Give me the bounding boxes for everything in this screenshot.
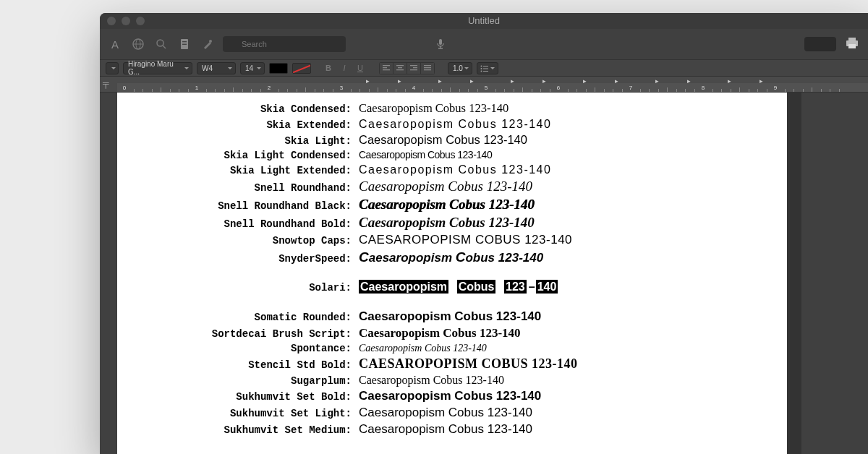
font-name-label: Sugarplum:	[142, 375, 359, 387]
ruler[interactable]: ╤ ▸▸▸▸▸▸▸▸▸▸▸▸ 0123456789	[100, 77, 868, 93]
svg-rect-8	[182, 44, 187, 45]
ruler-number: 8	[702, 85, 705, 91]
svg-rect-19	[396, 65, 404, 66]
font-sample-text: Caesaropopism Cobus 123-140	[359, 197, 535, 213]
font-panel-icon[interactable]: A	[107, 36, 123, 52]
svg-rect-27	[424, 69, 431, 70]
font-sample-row: Skia Light Condensed:Caesaropopism Cobus…	[142, 149, 762, 161]
svg-rect-31	[483, 68, 488, 69]
svg-rect-21	[396, 69, 404, 70]
font-sample-row: Skia Light:Caesaropopism Cobus 123-140	[142, 133, 762, 147]
font-name-label: Skia Light Condensed:	[142, 150, 359, 161]
highlight-color-swatch[interactable]	[292, 63, 311, 74]
font-sample-row: Skia Condensed:Caesaropopism Cobus 123-1…	[142, 101, 762, 116]
font-sample-row: Solari:Caesaropopism Cobus 123–140	[142, 280, 762, 294]
font-sample-text: Caesaropopism Cobus 123-140	[359, 163, 551, 176]
ruler-number: 5	[485, 85, 488, 91]
font-name-label: Sukhumvit Set Light:	[142, 408, 359, 419]
titlebar: Untitled	[100, 13, 868, 29]
magnify-icon[interactable]	[153, 36, 169, 52]
svg-rect-33	[483, 71, 488, 72]
svg-rect-29	[483, 66, 488, 67]
text-color-swatch[interactable]	[269, 63, 288, 74]
line-spacing-dropdown[interactable]: 1.0	[448, 62, 472, 74]
font-sample-text: Caesaropopism Cobus 123-140	[359, 422, 532, 437]
font-sample-text: CAESAROPOPISM COBUS 123-140	[359, 233, 572, 247]
font-name-label: Skia Extended:	[142, 119, 359, 131]
font-sample-text: Caesaropopism Cobus 123-140	[359, 101, 509, 116]
font-name-label: Snell Roundhand Bold:	[142, 218, 359, 230]
svg-point-9	[209, 40, 212, 43]
zoom-icon[interactable]	[136, 17, 145, 25]
font-sample-text: Caesaropopism Cobus 123-140	[359, 326, 521, 340]
print-icon[interactable]	[843, 37, 861, 51]
underline-button[interactable]: U	[354, 62, 366, 74]
ruler-number: 7	[629, 85, 632, 91]
font-sample-text: Caesaropopism Cobus 123-140	[359, 374, 504, 387]
font-sample-row: Sukhumvit Set Light:Caesaropopism Cobus …	[142, 406, 762, 420]
alignment-group	[379, 62, 435, 74]
font-name-label: Skia Condensed:	[142, 103, 359, 115]
font-sample-text: Caesaropopism Cobus 123-140	[359, 179, 532, 194]
font-name-label: Sortdecai Brush Script:	[142, 328, 359, 340]
font-size-dropdown[interactable]: 14	[240, 62, 265, 74]
ruler-number: 6	[557, 85, 560, 91]
page-margin-shadow	[787, 93, 801, 454]
font-sample-row: Sukhumvit Set Bold:Caesaropopism Cobus 1…	[142, 389, 762, 403]
svg-rect-13	[848, 38, 856, 40]
minimize-icon[interactable]	[122, 17, 130, 25]
document-viewport[interactable]: Skia Condensed:Caesaropopism Cobus 123-1…	[100, 93, 868, 454]
record-button[interactable]	[804, 37, 836, 51]
italic-button[interactable]: I	[339, 62, 350, 74]
window-title: Untitled	[100, 13, 868, 29]
font-sample-row: Somatic Rounded:Caesaropopism Cobus 123-…	[142, 309, 762, 324]
font-sample-row: Sortdecai Brush Script:Caesaropopism Cob…	[142, 326, 762, 340]
close-icon[interactable]	[107, 17, 116, 25]
svg-line-4	[163, 46, 166, 48]
list-style-dropdown[interactable]	[477, 62, 498, 74]
bold-button[interactable]: B	[323, 62, 334, 74]
font-sample-text: Caesaropopism Cobus 123-140	[359, 309, 541, 324]
font-name-label: Snell Roundhand:	[142, 182, 359, 194]
align-left-button[interactable]	[380, 63, 393, 74]
svg-rect-22	[410, 65, 417, 66]
search-input[interactable]	[223, 36, 346, 52]
ruler-number: 2	[268, 85, 271, 91]
font-sample-text: CAESAROPOPISM COBUS 123-140	[359, 356, 578, 372]
ruler-number: 9	[774, 85, 777, 91]
document-page: Skia Condensed:Caesaropopism Cobus 123-1…	[117, 93, 787, 454]
paragraph-style-dropdown[interactable]	[106, 62, 119, 74]
font-sample-row: Snowtop Caps:CAESAROPOPISM COBUS 123-140	[142, 233, 762, 247]
svg-rect-16	[383, 65, 390, 66]
svg-rect-24	[410, 69, 417, 70]
font-sample-text: Caesaropopism Cobus 123–140	[359, 280, 559, 294]
font-name-label: Stencil Std Bold:	[142, 359, 359, 371]
font-name-label: Skia Light:	[142, 135, 359, 147]
toolbar: A	[100, 29, 868, 59]
font-name-label: Solari:	[142, 282, 359, 294]
font-weight-dropdown[interactable]: W4	[197, 62, 236, 74]
filter-icon[interactable]: ╤	[103, 78, 109, 88]
brush-icon[interactable]	[200, 36, 216, 52]
font-sample-row: Spontance:Caesaropopism Cobus 123-140	[142, 343, 762, 354]
font-sample-text: Caesaropopism Cobus 123-140	[359, 215, 535, 231]
align-right-button[interactable]	[407, 63, 420, 74]
font-name-label: Snowtop Caps:	[142, 235, 359, 247]
format-bar: Hiragino Maru G... W4 14 B I U 1.0	[100, 59, 868, 77]
font-sample-row: Sugarplum:Caesaropopism Cobus 123-140	[142, 374, 762, 387]
svg-rect-18	[383, 69, 390, 70]
font-name-label: Skia Light Extended:	[142, 165, 359, 176]
svg-point-32	[481, 70, 482, 72]
document-icon[interactable]	[176, 36, 192, 52]
ruler-number: 1	[195, 85, 198, 91]
font-sample-text: Caesaropopism Cobus 123-140	[359, 133, 527, 147]
font-sample-row: Skia Light Extended:Caesaropopism Cobus …	[142, 163, 762, 176]
font-name-label: Sukhumvit Set Bold:	[142, 391, 359, 403]
font-name-label: Sukhumvit Set Medium:	[142, 424, 359, 436]
globe-icon[interactable]	[130, 36, 146, 52]
font-sample-row: Stencil Std Bold:CAESAROPOPISM COBUS 123…	[142, 356, 762, 372]
font-family-dropdown[interactable]: Hiragino Maru G...	[123, 62, 192, 74]
microphone-icon[interactable]	[433, 36, 448, 52]
align-justify-button[interactable]	[421, 63, 434, 74]
align-center-button[interactable]	[393, 63, 407, 74]
